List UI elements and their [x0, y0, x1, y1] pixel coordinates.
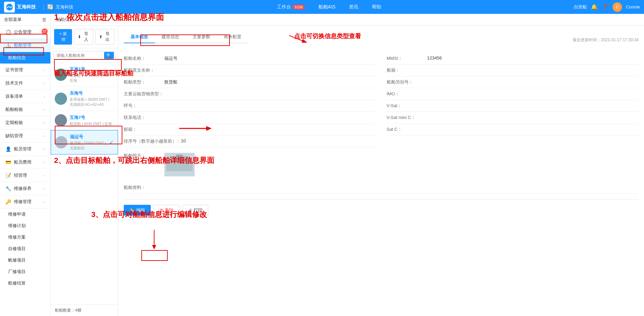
- ship-list-item-3[interactable]: 互海7号 散货船 | 8445 DWT | 近海: [51, 111, 118, 130]
- detail-ship-name-row: 船舶名称： 福运号: [124, 53, 376, 65]
- ship-avatar-3: [55, 114, 67, 126]
- nav-news[interactable]: 资讯: [346, 0, 361, 14]
- bell-icon[interactable]: 🔔: [591, 4, 598, 10]
- detail-phone-row: 联系电话：: [124, 112, 376, 124]
- sidebar-header: 全部菜单 ☰: [0, 14, 50, 26]
- ship-list-panel: + 新增 ⬇ 导入 ⬆ 导出 🔍: [51, 26, 118, 316]
- nav-help[interactable]: 帮助: [369, 0, 384, 14]
- brand-text: 互海科技: [56, 4, 73, 10]
- sidebar-item-sail-repair[interactable]: 帆修项目: [0, 254, 50, 266]
- detail-mmsi-row: MMSI： 123456: [387, 53, 639, 65]
- ship-avatar-1: [55, 69, 67, 81]
- ship-detail-panel: 基本信息 建造信息 主要参数 商务配置 最近更新时间：2021-01-17 17…: [118, 26, 644, 316]
- svg-point-4: [55, 136, 67, 148]
- nav-right: 自营船 🔔 ❓ C Connie: [574, 2, 640, 12]
- sidebar-item-defect-mgmt[interactable]: 缺陷管理 ›: [0, 129, 50, 143]
- tab-basic-info[interactable]: 基本信息: [124, 31, 155, 43]
- detail-photo-row: 船舶照片：: [124, 150, 639, 179]
- defect-chevron-icon: ›: [44, 134, 45, 138]
- ship-list-item-4[interactable]: 福运号 散货船 | 50000 DWT | 无限航区 ✓: [51, 130, 118, 154]
- insp-chevron-icon: ›: [44, 108, 45, 112]
- nav-center: 工作台 9196 船舶AIS 资讯 帮助: [85, 0, 574, 14]
- search-button[interactable]: 🔍: [104, 52, 114, 59]
- announcement-badge: 57: [42, 28, 48, 34]
- detail-cargo-type-row: 主要运输货物类型：: [124, 88, 376, 100]
- ship-list-item[interactable]: 互海1号 散货船 | 6730万方 DWT | 近海: [51, 63, 118, 87]
- workbench-badge: 9196: [292, 5, 305, 9]
- detail-ship-flag-row: 船籍：: [387, 65, 639, 76]
- last-updated: 最近更新时间：2021-01-17 17:30:34: [573, 37, 639, 43]
- sidebar-item-crew-mgmt[interactable]: 👤 船员管理 ›: [0, 143, 50, 156]
- sidebar-item-tech-docs[interactable]: 技术文件 ›: [0, 77, 50, 90]
- sidebar-item-periodic-inspection[interactable]: 定期检验 ›: [0, 116, 50, 129]
- sidebar-item-repair-mgmt[interactable]: 🔑 维修管理 ›: [0, 195, 50, 209]
- sidebar-item-factory-repair[interactable]: 厂修项目: [0, 266, 50, 277]
- delete-button[interactable]: 🗑 删除: [153, 205, 180, 216]
- tab-main-params[interactable]: 主要参数: [186, 31, 217, 43]
- nav-workbench[interactable]: 工作台 9196: [274, 0, 307, 14]
- sidebar-item-repair-plan[interactable]: 维修计划: [0, 220, 50, 232]
- sidebar-item-recruitment[interactable]: 📝 招管理 ›: [0, 169, 50, 182]
- ship-avatar-2: [55, 93, 67, 105]
- sidebar-item-self-repair[interactable]: 自修项目: [0, 243, 50, 254]
- logo-text: 互海科技: [17, 4, 36, 10]
- sidebar-item-repair-request[interactable]: 维修申请: [0, 209, 50, 220]
- sidebar-item-repair-scheme[interactable]: 维修方案: [0, 232, 50, 243]
- export-button[interactable]: ⬆ 导出: [95, 29, 115, 45]
- tab-business-config[interactable]: 商务配置: [217, 31, 248, 43]
- ship-search-bar: 🔍: [51, 48, 118, 63]
- sidebar-item-equipment[interactable]: 设备清单 ›: [0, 90, 50, 103]
- sidebar-collapse-icon[interactable]: ☰: [42, 17, 46, 22]
- brand[interactable]: 🔄 互海科技: [43, 4, 77, 10]
- ship-list-toolbar: + 新增 ⬇ 导入 ⬆ 导出: [51, 26, 118, 48]
- sidebar-item-nav-settlement[interactable]: 航修结算: [0, 277, 50, 289]
- ship-info-4: 福运号 散货船 | 50000 DWT | 无限航区: [70, 134, 106, 151]
- ship-panel: + 新增 ⬇ 导入 ⬆ 导出 🔍: [51, 26, 644, 316]
- detail-grid: 船舶名称： 福运号 船舶英文名称： 船舶类型： 散货船: [124, 53, 639, 147]
- detail-ship-type-row: 船舶类型： 散货船: [124, 76, 376, 88]
- ship-management-icon: ⚓: [5, 43, 11, 48]
- self-ship[interactable]: 自营船: [574, 4, 587, 10]
- top-nav: 互海科技 🔄 互海科技 工作台 9196 船舶AIS 资讯 帮助 自营船 🔔 ❓: [0, 0, 644, 14]
- ship-info-2: 东海号 多用途船 | 36000 DWT | 无线航区/A1+A2+A3: [70, 90, 114, 107]
- detail-ship-name-en-row: 船舶英文名称：: [124, 65, 376, 76]
- print-button[interactable]: 🖨 打印: [182, 205, 208, 216]
- detail-vsat-mini-row: V-Sat mini C：: [387, 112, 639, 124]
- sidebar-item-maintenance[interactable]: 🔧 维修保养 ›: [0, 182, 50, 195]
- ship-info-3: 互海7号 散货船 | 8445 DWT | 近海: [70, 115, 114, 126]
- detail-call-sign-row: 呼号：: [124, 100, 376, 112]
- content-area: 船舶信息 + 新增 ⬇ 导入 ⬆ 导出: [51, 14, 644, 316]
- recruit-icon: 📝: [5, 173, 11, 178]
- question-icon[interactable]: ❓: [602, 4, 609, 10]
- sidebar-item-announcement[interactable]: 📋 公告管理 57: [0, 26, 50, 39]
- svg-point-3: [55, 114, 67, 126]
- tech-chevron-icon: ›: [44, 81, 45, 85]
- sidebar-item-ship-info[interactable]: 船舶信息: [0, 52, 50, 64]
- sidebar-item-cert-mgmt[interactable]: 证书管理 ›: [0, 64, 50, 77]
- edit-button[interactable]: ✏️ 编辑: [124, 205, 151, 216]
- import-button[interactable]: ⬇ 导入: [74, 29, 93, 45]
- detail-email-row: 邮箱：: [124, 124, 376, 136]
- avatar[interactable]: C: [613, 2, 622, 12]
- recruit-chevron-icon: ›: [44, 174, 45, 177]
- crew-chevron-icon: ›: [44, 147, 45, 151]
- user-name: Connie: [626, 4, 640, 9]
- add-button[interactable]: + 新增: [54, 29, 72, 45]
- ship-list-item-2[interactable]: 东海号 多用途船 | 36000 DWT | 无线航区/A1+A2+A3: [51, 87, 118, 111]
- crew-icon: 👤: [5, 146, 11, 152]
- expenses-chevron-icon: ›: [44, 161, 45, 164]
- periodic-chevron-icon: ›: [44, 121, 45, 125]
- tab-build-info[interactable]: 建造信息: [155, 31, 186, 43]
- ship-info-1: 互海1号 散货船 | 6730万方 DWT | 近海: [70, 66, 114, 83]
- logo[interactable]: 互海科技: [4, 2, 38, 13]
- detail-alt-id-row: 船舶另别号：: [387, 76, 639, 88]
- sidebar-item-ship-management[interactable]: ⚓ 船舶管理: [0, 39, 50, 52]
- detail-sort-order-row: 排序号（数字越小越靠前）： 10: [124, 136, 376, 147]
- check-icon: ✓: [109, 139, 114, 146]
- equip-chevron-icon: ›: [44, 95, 45, 98]
- svg-point-1: [55, 69, 67, 81]
- nav-ship-ais[interactable]: 船舶AIS: [316, 0, 338, 14]
- sidebar-item-ship-inspection[interactable]: 船舶检验 ›: [0, 103, 50, 116]
- detail-vsat-row: V-Sat：: [387, 100, 639, 112]
- sidebar-item-crew-expenses[interactable]: 💳 船员费用 ›: [0, 156, 50, 169]
